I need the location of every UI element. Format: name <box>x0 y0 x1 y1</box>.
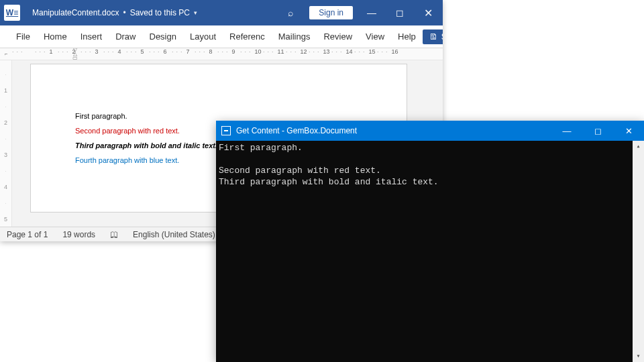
console-line <box>219 154 641 165</box>
search-icon[interactable]: ⌕ <box>281 7 300 18</box>
ribbon-tab-insert[interactable]: Insert <box>74 25 109 48</box>
spellcheck-icon[interactable]: 🕮 <box>110 230 118 239</box>
console-title: Get Content - GemBox.Document <box>236 126 357 135</box>
console-output[interactable]: First paragraph.Second paragraph with re… <box>216 141 644 362</box>
ribbon-tab-help[interactable]: Help <box>391 25 423 48</box>
ribbon-tab-view[interactable]: View <box>359 25 391 48</box>
titlebar-right: ⌕ Sign in — ◻ ✕ <box>281 6 437 19</box>
share-label: Share <box>441 32 443 42</box>
minimize-icon[interactable]: — <box>551 121 582 141</box>
maximize-icon[interactable]: ◻ <box>582 121 613 141</box>
scroll-up-icon[interactable]: ▴ <box>633 141 644 152</box>
ribbon-tab-design[interactable]: Design <box>143 25 183 48</box>
maximize-icon[interactable]: ◻ <box>390 7 409 18</box>
ribbon-tab-draw[interactable]: Draw <box>109 25 142 48</box>
console-line: Second paragraph with red text. <box>219 165 641 176</box>
tab-selector[interactable]: ⌐ <box>0 48 12 60</box>
vertical-ruler[interactable]: ·1·2·3·4·5 <box>0 60 12 227</box>
word-window-title: ManipulateContent.docx • Saved to this P… <box>32 8 197 17</box>
ribbon-tab-mailings[interactable]: Mailings <box>272 25 317 48</box>
ribbon-tab-home[interactable]: Home <box>37 25 74 48</box>
share-icon: 🖻 <box>429 32 437 42</box>
ribbon-tabs: File Home Insert Draw Design Layout Refe… <box>0 25 443 48</box>
status-language[interactable]: English (United States) <box>133 230 215 239</box>
chevron-down-icon[interactable]: ▾ <box>194 9 197 16</box>
console-line: Third paragraph with bold and italic tex… <box>219 176 641 188</box>
word-titlebar[interactable]: W≡ ManipulateContent.docx • Saved to thi… <box>0 0 443 25</box>
console-line: First paragraph. <box>219 142 641 154</box>
ribbon-tab-layout[interactable]: Layout <box>183 25 223 48</box>
sign-in-button[interactable]: Sign in <box>309 6 353 19</box>
hruler-scale[interactable]: ▽△▭······1···2···3···4···5···6···7···8··… <box>12 48 443 60</box>
minimize-icon[interactable]: — <box>362 7 381 18</box>
console-window-controls: — ◻ ✕ <box>551 121 644 141</box>
horizontal-ruler[interactable]: ⌐ ▽△▭······1···2···3···4···5···6···7···8… <box>0 48 443 60</box>
share-button[interactable]: 🖻 Share ▾ <box>423 29 443 44</box>
console-app-icon <box>221 126 231 135</box>
console-scrollbar[interactable]: ▴ ▾ <box>633 141 644 362</box>
status-page[interactable]: Page 1 of 1 <box>7 230 48 239</box>
word-app-icon: W≡ <box>4 5 20 21</box>
status-words[interactable]: 19 words <box>62 230 95 239</box>
indent-marker-icon[interactable]: ▽△▭ <box>72 48 78 60</box>
console-titlebar[interactable]: Get Content - GemBox.Document — ◻ ✕ <box>216 121 644 141</box>
console-window: Get Content - GemBox.Document — ◻ ✕ Firs… <box>216 121 644 362</box>
close-icon[interactable]: ✕ <box>613 121 644 141</box>
ribbon-tab-file[interactable]: File <box>9 25 37 48</box>
ribbon-tab-references[interactable]: Referenc <box>223 25 272 48</box>
word-saved-status[interactable]: Saved to this PC <box>130 8 190 17</box>
ribbon-tab-review[interactable]: Review <box>317 25 359 48</box>
scroll-down-icon[interactable]: ▾ <box>633 351 644 362</box>
close-icon[interactable]: ✕ <box>419 7 437 19</box>
word-filename: ManipulateContent.docx <box>32 8 119 17</box>
title-separator: • <box>123 8 125 17</box>
